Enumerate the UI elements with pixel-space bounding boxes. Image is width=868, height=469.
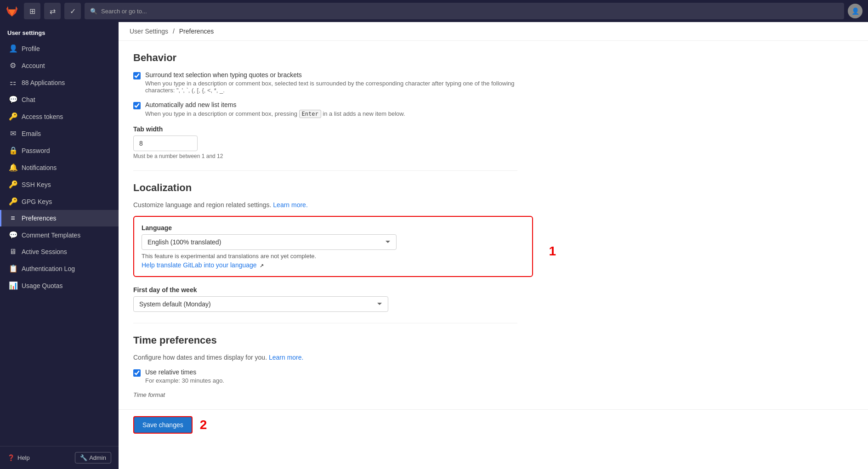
- sidebar-toggle-button[interactable]: ⊞: [24, 3, 40, 19]
- sidebar-section-title: User settings: [0, 22, 119, 40]
- localization-section: Localization Customize language and regi…: [133, 182, 517, 312]
- gpg-icon: 🔑: [9, 197, 17, 206]
- sidebar-item-label: Chat: [22, 96, 35, 103]
- sidebar-item-preferences[interactable]: ≡ Preferences: [0, 210, 119, 226]
- search-bar[interactable]: 🔍 Search or go to...: [85, 3, 844, 19]
- main-layout: User settings 👤 Profile ⚙ Account ⚏ 88 A…: [0, 22, 868, 469]
- breadcrumb-parent[interactable]: User Settings: [130, 28, 168, 35]
- sidebar-item-label: GPG Keys: [22, 198, 52, 205]
- auto-list-checkbox[interactable]: [133, 102, 141, 109]
- comment-templates-icon: 💬: [9, 231, 17, 239]
- breadcrumb-separator: /: [173, 28, 175, 35]
- sidebar-item-applications[interactable]: ⚏ 88 Applications: [0, 74, 119, 91]
- language-box-wrapper: Language English (100% translated) Frenc…: [133, 216, 533, 286]
- sidebar: User settings 👤 Profile ⚙ Account ⚏ 88 A…: [0, 22, 119, 469]
- divider-1: [133, 170, 517, 171]
- content-area: User Settings / Preferences Behavior Sur…: [119, 22, 868, 469]
- sidebar-item-profile[interactable]: 👤 Profile: [0, 40, 119, 57]
- sidebar-item-gpg-keys[interactable]: 🔑 GPG Keys: [0, 193, 119, 210]
- save-changes-button[interactable]: Save changes: [133, 416, 193, 434]
- preferences-icon: ≡: [9, 214, 17, 222]
- access-tokens-icon: 🔑: [9, 112, 17, 121]
- time-learn-more-link[interactable]: Learn more.: [269, 354, 303, 361]
- sidebar-item-label: Account: [22, 62, 45, 69]
- behavior-section: Behavior Surround text selection when ty…: [133, 52, 517, 159]
- first-day-label: First day of the week: [133, 286, 517, 294]
- annotation-2-badge: 2: [200, 418, 207, 431]
- auto-list-label: Automatically add new list items: [145, 101, 405, 108]
- relative-times-checkbox-row: Use relative times For example: 30 minut…: [133, 368, 517, 384]
- translate-gitlab-link[interactable]: Help translate GitLab into your language: [142, 261, 257, 269]
- translate-link-row: Help translate GitLab into your language…: [142, 261, 525, 269]
- relative-times-content: Use relative times For example: 30 minut…: [145, 368, 224, 384]
- language-label: Language: [142, 224, 525, 232]
- relative-times-checkbox[interactable]: [133, 369, 141, 377]
- gitlab-logo-icon: [6, 5, 18, 17]
- localization-desc: Customize language and region related se…: [133, 201, 517, 209]
- emails-icon: ✉: [9, 129, 17, 138]
- merge-requests-button[interactable]: ⇄: [44, 3, 61, 19]
- sidebar-item-label: Comment Templates: [22, 232, 80, 239]
- time-preferences-title: Time preferences: [133, 334, 517, 346]
- time-format-label: Time format: [133, 391, 517, 398]
- surround-text-checkbox-row: Surround text selection when typing quot…: [133, 71, 517, 94]
- help-label: Help: [17, 454, 30, 461]
- sidebar-item-label: SSH Keys: [22, 181, 51, 188]
- sidebar-item-chat[interactable]: 💬 Chat: [0, 91, 119, 108]
- ssh-icon: 🔑: [9, 180, 17, 189]
- admin-label: Admin: [89, 454, 106, 461]
- sidebar-item-label: Preferences: [22, 215, 56, 222]
- first-day-select[interactable]: System default (Monday) Sunday Monday Sa…: [133, 296, 388, 312]
- breadcrumb: User Settings / Preferences: [119, 22, 868, 41]
- search-icon: 🔍: [90, 8, 97, 15]
- localization-title: Localization: [133, 182, 517, 194]
- avatar[interactable]: 👤: [848, 4, 862, 18]
- sidebar-item-authentication-log[interactable]: 📋 Authentication Log: [0, 260, 119, 277]
- sidebar-item-notifications[interactable]: 🔔 Notifications: [0, 159, 119, 176]
- bottom-bar: Save changes 2: [119, 409, 868, 440]
- annotation-1-badge: 1: [549, 244, 556, 259]
- content-body: Behavior Surround text selection when ty…: [119, 41, 532, 409]
- sidebar-bottom: ❓ Help 🔧 Admin: [0, 446, 119, 469]
- experimental-text: This feature is experimental and transla…: [142, 253, 525, 260]
- sidebar-item-password[interactable]: 🔒 Password: [0, 142, 119, 159]
- help-icon: ❓: [7, 454, 15, 461]
- tab-width-label: Tab width: [133, 125, 517, 133]
- admin-button[interactable]: 🔧 Admin: [75, 452, 111, 463]
- relative-times-desc: For example: 30 minutes ago.: [145, 377, 224, 384]
- account-icon: ⚙: [9, 61, 17, 70]
- sidebar-item-access-tokens[interactable]: 🔑 Access tokens: [0, 108, 119, 125]
- sidebar-item-usage-quotas[interactable]: 📊 Usage Quotas: [0, 277, 119, 294]
- time-preferences-desc: Configure how dates and times display fo…: [133, 354, 517, 361]
- localization-learn-more-link[interactable]: Learn more.: [273, 201, 307, 209]
- external-link-icon: ↗: [260, 263, 264, 268]
- usage-quotas-icon: 📊: [9, 281, 17, 290]
- search-placeholder: Search or go to...: [101, 8, 147, 15]
- password-icon: 🔒: [9, 146, 17, 155]
- issues-button[interactable]: ✓: [64, 3, 81, 19]
- help-button[interactable]: ❓ Help: [7, 454, 71, 461]
- sidebar-item-label: Authentication Log: [22, 265, 75, 272]
- wrench-icon: 🔧: [80, 454, 87, 461]
- breadcrumb-current: Preferences: [179, 28, 214, 35]
- relative-times-label: Use relative times: [145, 368, 224, 376]
- sidebar-item-label: Active Sessions: [22, 248, 67, 255]
- auto-list-checkbox-row: Automatically add new list items When yo…: [133, 101, 517, 118]
- sidebar-item-label: Usage Quotas: [22, 282, 63, 289]
- surround-text-label: Surround text selection when typing quot…: [145, 71, 517, 79]
- top-bar: ⊞ ⇄ ✓ 🔍 Search or go to... 👤: [0, 0, 868, 22]
- tab-width-input[interactable]: [133, 136, 198, 151]
- sidebar-item-label: Emails: [22, 130, 41, 137]
- sidebar-item-active-sessions[interactable]: 🖥 Active Sessions: [0, 243, 119, 260]
- tab-width-hint: Must be a number between 1 and 12: [133, 153, 517, 159]
- sidebar-item-label: 88 Applications: [22, 79, 65, 86]
- sidebar-item-ssh-keys[interactable]: 🔑 SSH Keys: [0, 176, 119, 193]
- sidebar-item-emails[interactable]: ✉ Emails: [0, 125, 119, 142]
- surround-text-checkbox[interactable]: [133, 72, 141, 79]
- save-btn-area: Save changes 2: [133, 416, 207, 434]
- sidebar-item-comment-templates[interactable]: 💬 Comment Templates: [0, 226, 119, 243]
- auto-list-desc: When you type in a description or commen…: [145, 110, 405, 118]
- sidebar-item-account[interactable]: ⚙ Account: [0, 57, 119, 74]
- applications-icon: ⚏: [9, 78, 17, 87]
- language-select[interactable]: English (100% translated) French German …: [142, 234, 397, 250]
